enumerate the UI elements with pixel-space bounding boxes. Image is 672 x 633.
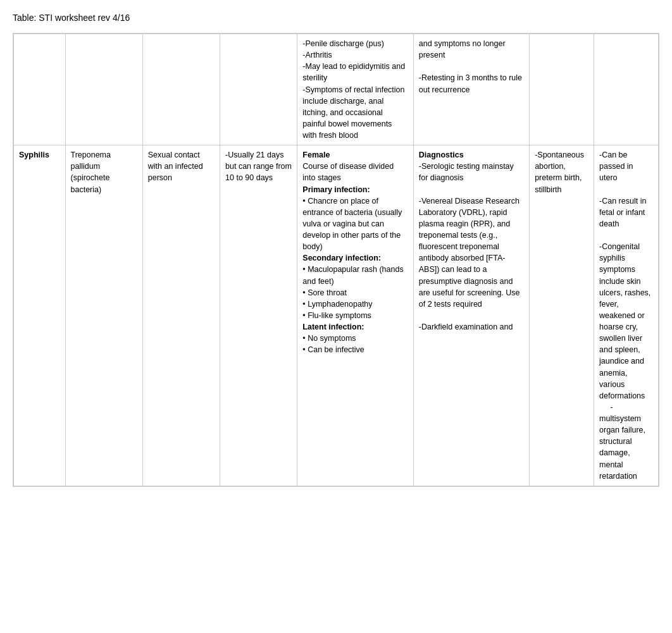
- cell-complications-syphilis: -Spontaneous abortion, preterm birth, st…: [530, 145, 594, 486]
- incubation-text: -Usually 21 days but can range from 10 t…: [225, 151, 292, 182]
- symptoms-header: Female: [302, 151, 330, 159]
- table-row-above: -Penile discharge (pus)-Arthritis-May le…: [14, 34, 659, 145]
- cell-complications-above: [530, 34, 594, 145]
- cell-pathogen-above: [65, 34, 142, 145]
- primary-content: • Chancre on place of entrance of bacter…: [302, 197, 402, 252]
- complications-text: -Spontaneous abortion, preterm birth, st…: [535, 151, 584, 194]
- cell-diagnostics-syphilis: Diagnostics -Serologic testing mainstay …: [413, 145, 529, 486]
- cell-disease-above: [14, 34, 66, 145]
- table-row-syphilis: Syphilis Treponema pallidum (spirochete …: [14, 145, 659, 486]
- diagnostics-header: Diagnostics: [419, 151, 464, 159]
- page-title: Table: STI worksheet rev 4/16: [13, 13, 659, 23]
- diagnostics-intro: -Serologic testing mainstay for diagnosi…: [419, 162, 514, 182]
- disease-name: Syphilis: [19, 151, 49, 159]
- cell-symptoms-syphilis: Female Course of disease divided into st…: [297, 145, 413, 486]
- cell-incubation-syphilis: -Usually 21 days but can range from 10 t…: [220, 145, 297, 486]
- cell-diagnostics-above: and symptoms no longer present-Retesting…: [413, 34, 529, 145]
- primary-label: Primary infection:: [302, 185, 370, 194]
- symptoms-intro: Course of disease divided into stages: [302, 162, 394, 182]
- cell-pregnancy-syphilis: -Can be passed in utero-Can result in fe…: [594, 145, 659, 486]
- cell-symptoms-above: -Penile discharge (pus)-Arthritis-May le…: [297, 34, 413, 145]
- cell-disease-syphilis: Syphilis: [14, 145, 66, 486]
- secondary-content: • Maculopapular rash (hands and feet)• S…: [302, 265, 403, 320]
- cell-pathogen-syphilis: Treponema pallidum (spirochete bacteria): [65, 145, 142, 486]
- page-container: Table: STI worksheet rev 4/16: [13, 13, 659, 487]
- table-wrapper: -Penile discharge (pus)-Arthritis-May le…: [13, 33, 659, 487]
- pathogen-text: Treponema pallidum (spirochete bacteria): [71, 151, 111, 194]
- sti-table: -Penile discharge (pus)-Arthritis-May le…: [13, 34, 659, 486]
- cell-pregnancy-above: [594, 34, 659, 145]
- cell-incubation-above: [220, 34, 297, 145]
- symptoms-above-text: -Penile discharge (pus)-Arthritis-May le…: [302, 39, 405, 140]
- cell-transmission-syphilis: Sexual contact with an infected person: [142, 145, 220, 486]
- latent-label: Latent infection:: [302, 323, 364, 331]
- cell-transmission-above: [142, 34, 220, 145]
- diagnostics-above-text: and symptoms no longer present-Retesting…: [419, 39, 522, 94]
- transmission-text: Sexual contact with an infected person: [148, 151, 203, 182]
- pregnancy-text: -Can be passed in utero-Can result in fe…: [599, 151, 650, 481]
- latent-content: • No symptoms• Can be infective: [302, 334, 364, 354]
- diagnostics-content: -Venereal Disease Research Laboratory (V…: [419, 197, 520, 331]
- secondary-label: Secondary infection:: [302, 254, 381, 262]
